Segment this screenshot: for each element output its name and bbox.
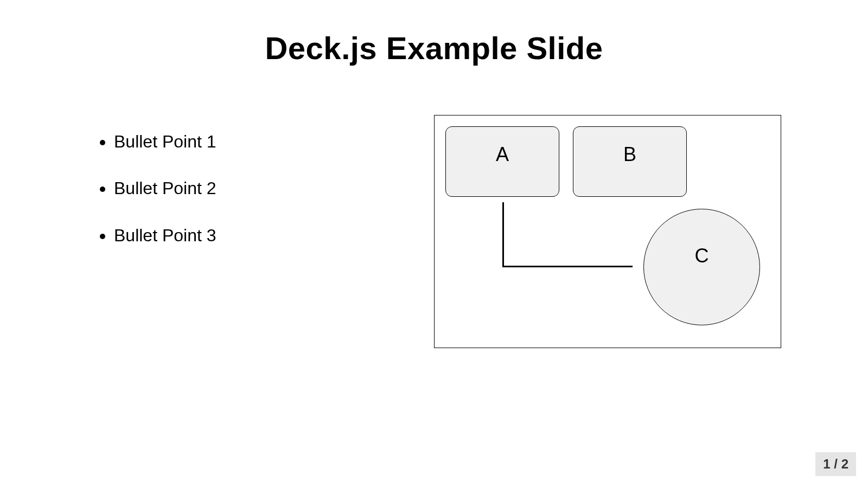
diagram-node-a: A xyxy=(445,126,559,197)
diagram-node-c: C xyxy=(643,209,760,325)
slide-content: Bullet Point 1 Bullet Point 2 Bullet Poi… xyxy=(0,115,868,348)
bullet-item: Bullet Point 2 xyxy=(114,178,434,198)
diagram-connector-vertical xyxy=(502,202,504,267)
bullet-item: Bullet Point 3 xyxy=(114,225,434,246)
diagram-panel: A B C xyxy=(434,115,781,348)
diagram-node-b: B xyxy=(573,126,687,197)
diagram-connector-horizontal xyxy=(502,266,633,267)
bullet-list: Bullet Point 1 Bullet Point 2 Bullet Poi… xyxy=(87,115,434,348)
slide-title: Deck.js Example Slide xyxy=(0,30,868,66)
bullet-item: Bullet Point 1 xyxy=(114,131,434,152)
page-counter[interactable]: 1 / 2 xyxy=(815,452,856,476)
